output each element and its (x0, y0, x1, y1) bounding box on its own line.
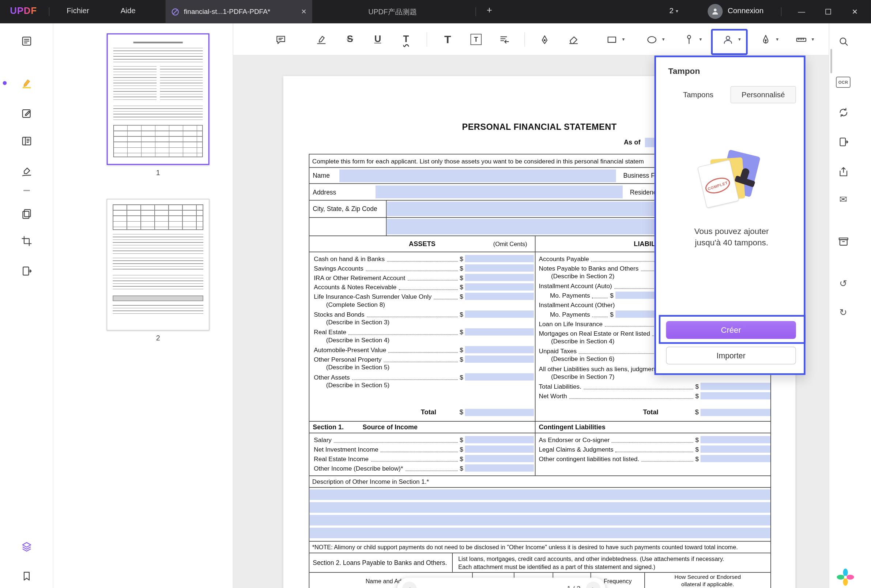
tab-close-icon[interactable]: ✕ (301, 7, 307, 15)
close-button[interactable]: ✕ (842, 0, 868, 23)
text-tool-icon[interactable]: T (438, 30, 458, 49)
amount-field[interactable] (465, 283, 533, 291)
dotted-leader (381, 446, 458, 452)
dotted-leader (349, 329, 458, 335)
archive-icon[interactable] (836, 234, 850, 248)
thumbnail-page-1[interactable]: 1 (107, 33, 210, 177)
description-field[interactable] (309, 528, 771, 538)
amount-field[interactable] (465, 328, 533, 336)
maximize-button[interactable] (816, 0, 841, 23)
shape-tool-group[interactable]: ▾ (602, 30, 625, 49)
tab-count-dropdown[interactable]: 2 ▾ (669, 7, 678, 15)
amount-field[interactable] (465, 436, 533, 443)
assets-header-cell: ASSETS (Omit Cents) (309, 236, 535, 252)
amount-field[interactable] (700, 455, 771, 462)
squiggly-tool-icon[interactable]: T (397, 30, 416, 49)
search-icon[interactable] (836, 34, 850, 48)
amount-field[interactable] (700, 383, 771, 390)
document-tab[interactable]: financial-st...1-PDFA-PDFA* ✕ (166, 0, 312, 23)
thumbnail-lines (133, 42, 183, 43)
menu-aide[interactable]: Aide (121, 7, 136, 15)
updf-ai-icon[interactable] (836, 568, 855, 587)
asset-row: Stocks and Bonds $ (314, 309, 534, 319)
amount-field[interactable] (700, 445, 771, 453)
dotted-leader (334, 437, 458, 443)
currency-symbol: $ (459, 455, 463, 462)
minimize-button[interactable]: — (789, 0, 814, 23)
annotate-tool-icon[interactable] (19, 76, 34, 90)
edit-pdf-icon[interactable] (19, 106, 34, 120)
name-field[interactable] (339, 169, 616, 182)
underline-tool-icon[interactable]: U (368, 30, 387, 49)
convert-icon[interactable] (836, 105, 850, 119)
ink-pen-tool-icon[interactable] (535, 30, 554, 49)
login-button[interactable]: Connexion (728, 7, 763, 15)
amount-field[interactable] (465, 264, 533, 272)
redo-icon[interactable]: ↻ (836, 305, 850, 319)
fill-sign-icon[interactable] (19, 165, 34, 179)
ellipse-tool-group[interactable]: ▾ (642, 30, 665, 49)
import-stamp-button[interactable]: Importer (666, 347, 796, 365)
page-export-icon[interactable] (19, 264, 34, 278)
share-icon[interactable] (836, 165, 850, 179)
address-field[interactable] (376, 186, 623, 198)
thumbnail-page-2[interactable]: 2 (107, 199, 210, 342)
pin-tool-icon (679, 30, 698, 49)
mail-icon[interactable]: ✉ (836, 192, 850, 206)
reader-mode-icon[interactable] (19, 34, 34, 48)
amount-field[interactable] (700, 392, 771, 399)
ocr-label: OCR (836, 77, 850, 88)
typewriter-tool-icon[interactable] (495, 30, 514, 49)
amount-field[interactable] (465, 464, 533, 472)
amount-field[interactable] (465, 310, 533, 318)
amount-field[interactable] (700, 408, 771, 416)
amount-field[interactable] (465, 408, 533, 416)
highlight-tool-icon[interactable] (311, 30, 331, 49)
amount-field[interactable] (465, 373, 533, 381)
eraser-tool-icon[interactable] (564, 30, 583, 49)
tab-tampons[interactable]: Tampons (666, 86, 730, 103)
amount-field[interactable] (465, 445, 533, 453)
dotted-leader (387, 256, 458, 262)
pin-tool-group[interactable]: ▾ (679, 30, 702, 49)
comment-tool-icon[interactable] (271, 30, 290, 49)
avatar[interactable] (708, 4, 723, 19)
dotted-leader (352, 374, 458, 380)
asset-row: Savings Accounts $ (314, 263, 534, 273)
crop-icon[interactable] (19, 234, 34, 248)
new-tab-button[interactable]: + (487, 5, 492, 16)
undo-icon[interactable]: ↺ (836, 276, 850, 290)
export-page-icon[interactable] (836, 135, 850, 149)
description-field[interactable] (309, 515, 771, 525)
layers-icon[interactable] (19, 539, 34, 554)
amount-field[interactable] (700, 436, 771, 443)
menu-fichier[interactable]: Fichier (67, 7, 89, 15)
create-stamp-button[interactable]: Créer (666, 321, 796, 339)
tab-personnalise[interactable]: Personnalisé (730, 86, 796, 103)
secondary-tab[interactable]: UPDF产品测题 (368, 7, 417, 17)
strikeout-tool-icon[interactable]: S (340, 30, 359, 49)
amount-field[interactable] (465, 455, 533, 462)
chevron-down-icon: ▾ (738, 37, 741, 42)
scrollbar[interactable] (831, 49, 832, 73)
ocr-icon[interactable]: OCR (836, 75, 850, 89)
amount-field[interactable] (465, 274, 533, 281)
previous-page-button[interactable]: ‹ (402, 581, 416, 588)
amount-field[interactable] (465, 255, 533, 262)
thumbnail-preview[interactable] (107, 33, 210, 165)
stamp-tool-group[interactable]: ▾ (718, 30, 741, 49)
field-label: Net Investment Income (314, 446, 378, 452)
thumbnail-preview[interactable] (107, 199, 210, 331)
signature-tool-group[interactable]: ▾ (756, 30, 778, 49)
organize-pages-icon[interactable] (19, 206, 34, 221)
textbox-tool-icon[interactable]: T (467, 30, 486, 49)
amount-field[interactable] (465, 355, 533, 363)
amount-field[interactable] (465, 346, 533, 353)
bookmark-icon[interactable] (19, 569, 34, 583)
description-field[interactable] (309, 489, 771, 500)
amount-field[interactable] (465, 293, 533, 300)
description-field[interactable] (309, 502, 771, 513)
next-page-button[interactable]: › (586, 581, 600, 588)
measure-tool-group[interactable]: ▾ (792, 30, 814, 49)
page-layout-icon[interactable] (19, 134, 34, 148)
